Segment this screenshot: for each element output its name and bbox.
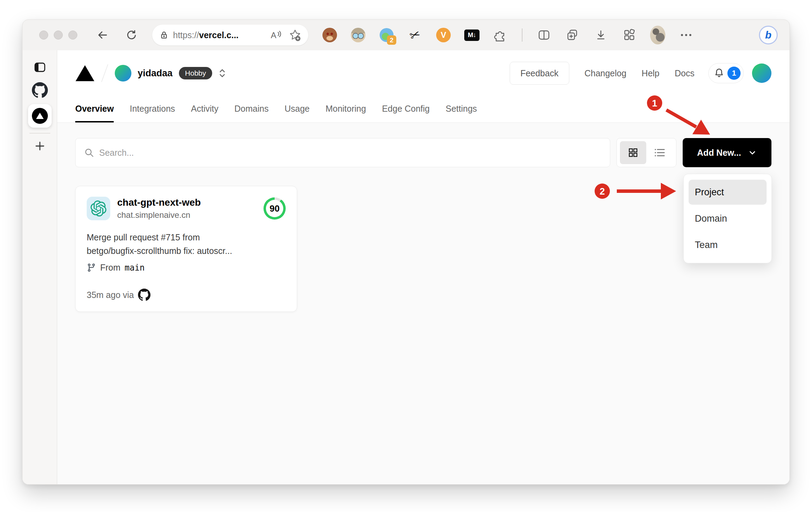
video-extension-icon[interactable]: V <box>436 27 451 43</box>
tab-activity[interactable]: Activity <box>191 96 218 122</box>
sidebar-divider <box>29 133 50 134</box>
branch-name: main <box>124 263 145 273</box>
deployment-meta: 35m ago via <box>87 289 286 301</box>
translate-extension-icon[interactable] <box>351 27 366 43</box>
notifications-button[interactable]: 1 <box>708 63 744 83</box>
grid-view-button[interactable] <box>620 141 646 164</box>
tab-edge-config[interactable]: Edge Config <box>382 96 430 122</box>
edge-sidebar <box>23 50 57 484</box>
markdown-extension-icon[interactable]: M↓ <box>464 27 480 43</box>
more-menu-icon[interactable] <box>679 27 694 43</box>
vercel-tab-bar: Overview Integrations Activity Domains U… <box>57 96 789 123</box>
tab-overview[interactable]: Overview <box>75 96 114 122</box>
tab-domains[interactable]: Domains <box>234 96 269 122</box>
project-card-header: chat-gpt-next-web chat.simplenaive.cn 90 <box>87 197 286 220</box>
header-actions: Feedback Changelog Help Docs 1 <box>510 62 771 85</box>
scissors-extension-icon[interactable]: ✂ <box>405 25 425 45</box>
search-box[interactable] <box>75 138 610 167</box>
url-host: vercel.c... <box>199 30 239 40</box>
lock-icon <box>159 30 169 40</box>
minimize-window-button[interactable] <box>54 31 63 40</box>
project-name[interactable]: chat-gpt-next-web <box>117 197 201 208</box>
score-value: 90 <box>266 200 283 217</box>
project-titles: chat-gpt-next-web chat.simplenaive.cn <box>117 197 201 220</box>
add-new-button[interactable]: Add New... <box>683 138 771 167</box>
grid-icon <box>628 147 638 158</box>
github-favicon[interactable] <box>32 82 48 98</box>
apps-layout-icon[interactable] <box>622 27 637 43</box>
browser-window: https://vercel.c... A 2 ✂ V M↓ <box>22 19 790 485</box>
commit-message: Merge pull request #715 from betgo/bugfi… <box>87 231 286 258</box>
bell-icon <box>714 68 725 79</box>
branch-row: From main <box>87 263 286 273</box>
commit-line-1: Merge pull request #715 from <box>87 231 286 244</box>
bing-chat-icon[interactable]: b <box>759 26 778 44</box>
add-new-label: Add New... <box>697 148 741 158</box>
menu-item-team[interactable]: Team <box>689 232 767 257</box>
url-scheme: https:// <box>173 30 199 40</box>
tab-usage[interactable]: Usage <box>285 96 310 122</box>
toolbar-divider <box>522 28 522 42</box>
score-ring: 90 <box>264 197 286 220</box>
vercel-header: yidadaa Hobby Feedback Changelog Help Do… <box>57 50 789 96</box>
notification-count-badge: 1 <box>727 67 741 80</box>
sidebar-toggle-icon[interactable] <box>34 61 46 73</box>
tab-integrations[interactable]: Integrations <box>130 96 175 122</box>
vercel-favicon <box>32 108 48 124</box>
chevron-down-icon <box>748 148 757 157</box>
overview-content: Add New... chat-gpt-next-web chat.simple… <box>57 123 789 484</box>
search-icon <box>84 147 94 158</box>
zoom-window-button[interactable] <box>68 31 77 40</box>
vercel-favicon-active[interactable] <box>28 104 52 128</box>
github-icon <box>138 289 150 301</box>
commit-line-2: betgo/bugfix-scrollthumb fix: autoscr... <box>87 244 286 258</box>
refresh-icon[interactable] <box>125 29 137 41</box>
team-switcher-icon[interactable] <box>218 68 227 78</box>
favorite-star-icon[interactable] <box>289 29 301 41</box>
project-domain[interactable]: chat.simplenaive.cn <box>117 210 201 220</box>
vercel-logo-triangle[interactable] <box>75 65 95 82</box>
tab-count-badge: 2 <box>387 35 396 45</box>
plan-badge: Hobby <box>179 67 213 79</box>
close-window-button[interactable] <box>39 31 48 40</box>
project-card[interactable]: chat-gpt-next-web chat.simplenaive.cn 90… <box>75 186 297 312</box>
extensions-puzzle-icon[interactable] <box>493 27 508 43</box>
svg-text:A: A <box>271 31 276 40</box>
url-text: https://vercel.c... <box>173 30 239 40</box>
browser-toolbar: https://vercel.c... A 2 ✂ V M↓ <box>23 20 789 50</box>
list-view-button[interactable] <box>647 141 673 164</box>
user-avatar[interactable] <box>752 63 771 83</box>
branch-label: From <box>100 263 120 273</box>
view-toggle <box>616 138 676 167</box>
breadcrumb-slash <box>101 64 108 82</box>
vercel-page: yidadaa Hobby Feedback Changelog Help Do… <box>57 50 789 484</box>
window-controls <box>39 31 77 40</box>
back-icon[interactable] <box>97 29 109 41</box>
docs-link[interactable]: Docs <box>675 68 694 78</box>
deployment-time: 35m ago via <box>87 290 134 300</box>
collections-icon[interactable] <box>565 27 580 43</box>
downloads-icon[interactable] <box>593 27 608 43</box>
tab-manager-extension-icon[interactable]: 2 <box>379 27 394 43</box>
team-name[interactable]: yidadaa <box>138 68 173 79</box>
controls-row: Add New... <box>75 138 771 167</box>
add-new-menu: Project Domain Team <box>683 174 772 263</box>
search-input[interactable] <box>99 148 602 158</box>
git-branch-icon <box>87 263 96 272</box>
menu-item-project[interactable]: Project <box>689 180 767 205</box>
changelog-link[interactable]: Changelog <box>585 68 627 78</box>
menu-item-domain[interactable]: Domain <box>689 206 767 231</box>
monkey-extension-icon[interactable] <box>322 27 337 43</box>
split-screen-icon[interactable] <box>536 27 552 43</box>
openai-logo <box>87 197 110 220</box>
tab-settings[interactable]: Settings <box>446 96 477 122</box>
address-bar[interactable]: https://vercel.c... A <box>152 25 308 45</box>
add-tab-icon[interactable] <box>34 140 46 152</box>
tab-monitoring[interactable]: Monitoring <box>326 96 366 122</box>
extensions-row: 2 ✂ V M↓ <box>322 26 778 44</box>
read-aloud-icon[interactable]: A <box>270 30 282 40</box>
feedback-button[interactable]: Feedback <box>510 62 569 85</box>
help-link[interactable]: Help <box>642 68 659 78</box>
browser-profile-avatar[interactable] <box>650 27 665 43</box>
team-avatar[interactable] <box>115 65 131 82</box>
